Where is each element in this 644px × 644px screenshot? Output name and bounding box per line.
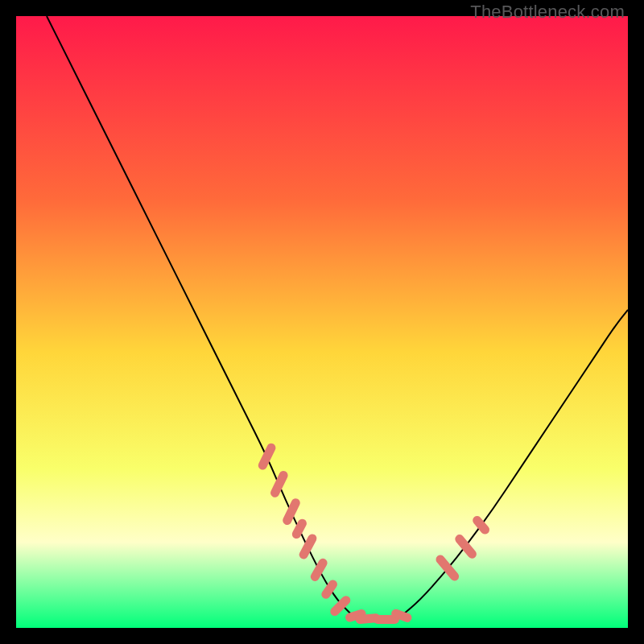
gradient-background — [16, 16, 628, 628]
curve-marker — [477, 521, 485, 530]
curve-marker — [396, 613, 407, 617]
bottleneck-chart — [16, 16, 628, 628]
watermark-text: TheBottleneck.com — [470, 2, 625, 23]
curve-marker — [326, 584, 333, 594]
curve-marker — [296, 523, 302, 534]
chart-frame — [16, 16, 628, 628]
